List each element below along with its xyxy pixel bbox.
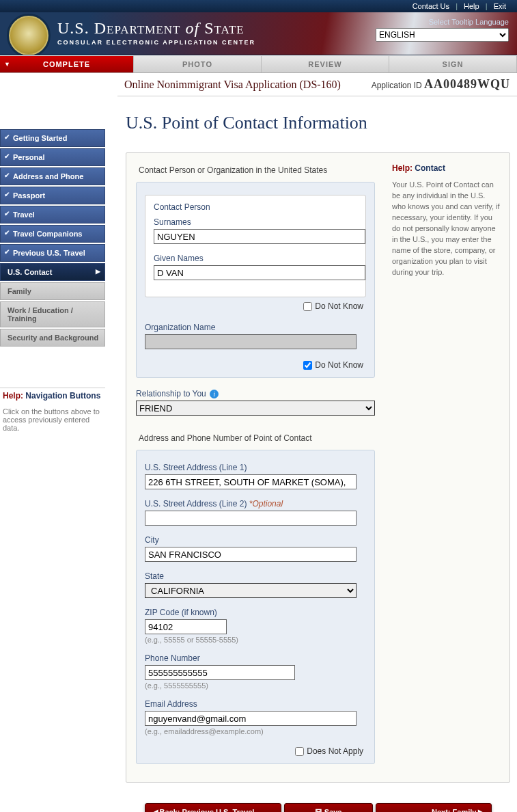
page-title: U.S. Point of Contact Information	[126, 113, 510, 133]
addr1-label: U.S. Street Address (Line 1)	[145, 463, 366, 472]
nav-personal[interactable]: Personal	[0, 148, 105, 166]
contact-us-link[interactable]: Contact Us	[413, 2, 449, 10]
nav-travel-companions[interactable]: Travel Companions	[0, 225, 105, 243]
back-button[interactable]: ◀ Back: Previous U.S. Travel	[145, 803, 281, 812]
application-id: Application ID AA00489WQU	[372, 77, 510, 92]
tab-complete[interactable]: COMPLETE	[0, 56, 134, 72]
nav-security-and-background[interactable]: Security and Background	[0, 329, 105, 347]
email-dna-label: Does Not Apply	[307, 746, 363, 756]
site-header: U.S. Department of State CONSULAR ELECTR…	[0, 12, 517, 55]
given-names-label: Given Names	[154, 254, 357, 263]
given-names-input[interactable]	[154, 265, 365, 280]
addr2-input[interactable]	[145, 511, 357, 526]
nav-u-s-contact[interactable]: U.S. Contact	[0, 263, 105, 281]
surnames-input[interactable]	[154, 229, 365, 244]
help-contact-box: Help: Contact Your U.S. Point of Contact…	[392, 163, 500, 278]
contact-person-dnk-label: Do Not Know	[315, 301, 363, 311]
progress-tabs: COMPLETE PHOTO REVIEW SIGN	[0, 55, 517, 73]
addr1-input[interactable]	[145, 474, 357, 489]
language-label: Select Tooltip Language	[376, 18, 509, 26]
phone-hint: (e.g., 5555555555)	[145, 681, 366, 690]
organization-dnk-checkbox[interactable]	[303, 361, 312, 370]
nav-family[interactable]: Family	[0, 282, 105, 300]
section-contact-heading: Contact Person or Organization in the Un…	[139, 165, 375, 175]
city-label: City	[145, 535, 366, 545]
state-dept-seal-icon	[7, 14, 51, 55]
zip-label: ZIP Code (if known)	[145, 608, 366, 617]
tab-sign[interactable]: SIGN	[389, 56, 517, 72]
info-icon[interactable]: i	[210, 390, 219, 398]
state-label: State	[145, 571, 366, 581]
organization-input	[145, 334, 357, 349]
zip-hint: (e.g., 55555 or 55555-5555)	[145, 636, 366, 644]
organization-dnk-label: Do Not Know	[315, 360, 363, 370]
nav-work-education-training[interactable]: Work / Education / Training	[0, 301, 105, 327]
language-select[interactable]: ENGLISH	[376, 28, 509, 42]
organization-label: Organization Name	[145, 323, 366, 332]
phone-label: Phone Number	[145, 653, 366, 663]
email-label: Email Address	[145, 699, 366, 709]
email-hint: (e.g., emailaddress@example.com)	[145, 727, 366, 735]
next-button[interactable]: Next: Family ▶	[376, 803, 492, 812]
exit-link[interactable]: Exit	[494, 2, 506, 10]
nav-address-and-phone[interactable]: Address and Phone	[0, 167, 105, 185]
app-title: Online Nonimmigrant Visa Application (DS…	[124, 79, 341, 91]
save-button[interactable]: 🖫 Save	[284, 803, 373, 812]
surnames-label: Surnames	[154, 217, 357, 227]
form-panel: Help: Contact Your U.S. Point of Contact…	[126, 152, 510, 783]
nav-passport[interactable]: Passport	[0, 187, 105, 204]
email-input[interactable]	[145, 711, 357, 726]
contact-person-dnk-checkbox[interactable]	[303, 302, 312, 311]
state-select[interactable]: CALIFORNIA	[145, 583, 357, 598]
site-title: U.S. Department of State CONSULAR ELECTR…	[57, 19, 255, 46]
help-navigation-box: Help: Navigation Buttons Click on the bu…	[0, 388, 105, 435]
top-utility-bar: Contact Us | Help | Exit	[0, 0, 517, 12]
email-dna-checkbox[interactable]	[295, 747, 304, 756]
addr2-label: U.S. Street Address (Line 2) *Optional	[145, 499, 366, 509]
relationship-select[interactable]: FRIEND	[136, 401, 375, 416]
help-link[interactable]: Help	[464, 2, 479, 10]
zip-input[interactable]	[145, 619, 227, 634]
section-address-heading: Address and Phone Number of Point of Con…	[139, 433, 375, 443]
tab-review[interactable]: REVIEW	[262, 56, 389, 72]
nav-travel[interactable]: Travel	[0, 206, 105, 224]
tab-photo[interactable]: PHOTO	[134, 56, 262, 72]
contact-person-legend: Contact Person	[154, 202, 357, 212]
nav-getting-started[interactable]: Getting Started	[0, 129, 105, 147]
nav-previous-u-s-travel[interactable]: Previous U.S. Travel	[0, 244, 105, 262]
phone-input[interactable]	[145, 665, 295, 680]
relationship-label: Relationship to You i	[136, 389, 375, 398]
city-input[interactable]	[145, 547, 357, 562]
